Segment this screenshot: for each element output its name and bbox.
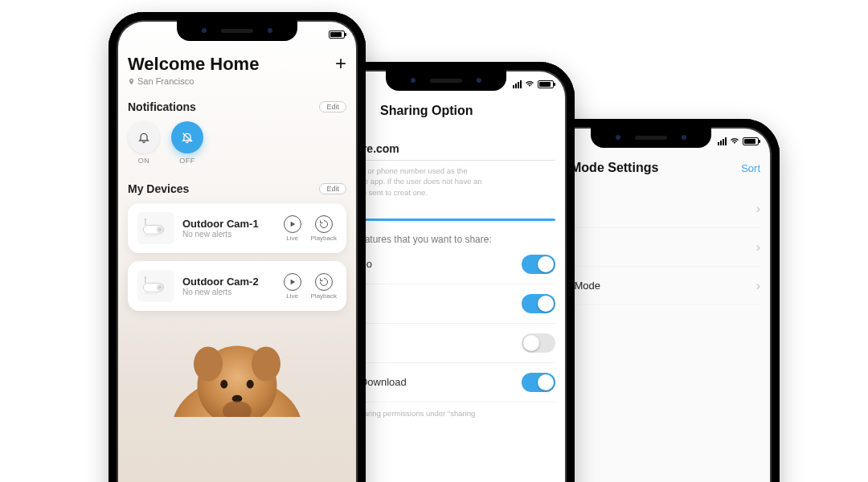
- svg-point-12: [145, 292, 158, 295]
- camera-icon: [141, 219, 170, 238]
- svg-point-5: [158, 228, 162, 231]
- switch[interactable]: [522, 333, 555, 353]
- switch[interactable]: [522, 373, 555, 392]
- device-card[interactable]: Outdoor Cam-1 No new alerts Live Playbac…: [128, 203, 346, 253]
- location-label: San Francisco: [128, 76, 259, 86]
- devices-heading: My Devices: [128, 182, 189, 195]
- live-button[interactable]: Live: [284, 273, 301, 300]
- svg-point-16: [252, 346, 280, 381]
- page-title: Mode Settings: [571, 161, 658, 175]
- edit-notifications-button[interactable]: Edit: [319, 101, 346, 112]
- help-text: he email or phone number used as the g i…: [337, 165, 555, 198]
- notch: [591, 127, 711, 148]
- playback-button[interactable]: Playback: [311, 215, 337, 242]
- toggle-alerts: rts: [337, 284, 555, 324]
- switch[interactable]: [522, 294, 555, 313]
- field-label: number: [337, 133, 555, 141]
- svg-point-11: [158, 286, 162, 289]
- device-subtitle: No new alerts: [182, 288, 276, 296]
- notifications-heading: Notifications: [128, 100, 196, 113]
- live-button[interactable]: Live: [284, 215, 301, 242]
- chevron-right-icon: ›: [756, 279, 760, 293]
- notch: [177, 20, 297, 41]
- svg-point-8: [145, 276, 146, 278]
- edit-devices-button[interactable]: Edit: [319, 183, 346, 194]
- battery-icon: [538, 80, 554, 88]
- svg-point-15: [194, 346, 223, 381]
- chevron-right-icon: ›: [756, 240, 760, 255]
- playback-button[interactable]: Playback: [311, 273, 337, 300]
- switch[interactable]: [522, 255, 555, 274]
- camera-thumbnail: [137, 270, 174, 302]
- svg-point-2: [145, 219, 146, 220]
- camera-preview-image: [128, 321, 346, 417]
- pin-icon: [128, 78, 135, 85]
- toggle-live-video: e Video: [337, 245, 555, 284]
- toggle-playback: yback: [337, 324, 555, 363]
- play-icon: [289, 279, 296, 285]
- device-subtitle: No new alerts: [182, 230, 276, 239]
- camera-icon: [141, 276, 170, 296]
- add-button[interactable]: +: [335, 54, 346, 73]
- notch: [386, 70, 506, 91]
- sort-button[interactable]: Sort: [741, 162, 760, 174]
- signal-icon: [513, 80, 522, 88]
- svg-point-6: [145, 234, 158, 237]
- svg-point-17: [220, 380, 227, 389]
- toggle-footage-download: tage Download: [337, 363, 555, 402]
- svg-point-18: [247, 380, 254, 389]
- replay-icon: [319, 219, 329, 229]
- battery-icon: [743, 137, 759, 145]
- footnote: ange sharing permissions under "sharing: [337, 409, 555, 418]
- email-field[interactable]: eshare.com: [337, 142, 555, 155]
- bell-off-icon: [181, 131, 194, 144]
- device-name: Outdoor Cam-2: [182, 276, 276, 288]
- signal-icon: [718, 137, 727, 145]
- camera-thumbnail: [137, 212, 174, 244]
- play-icon: [289, 221, 296, 227]
- page-title: Sharing Option: [380, 104, 473, 118]
- section-title: vice features that you want to share:: [337, 234, 555, 245]
- wifi-icon: [730, 137, 739, 146]
- progress-bar: [337, 219, 555, 221]
- notifications-off[interactable]: OFF: [171, 121, 203, 165]
- page-title: Welcome Home: [128, 54, 259, 75]
- wifi-icon: [525, 80, 534, 89]
- chevron-right-icon: ›: [756, 202, 760, 216]
- on-label: ON: [138, 157, 150, 165]
- device-card[interactable]: Outdoor Cam-2 No new alerts Live Playbac…: [128, 261, 346, 311]
- off-label: OFF: [179, 157, 195, 165]
- device-name: Outdoor Cam-1: [182, 218, 276, 230]
- divider: [337, 160, 555, 161]
- notifications-on[interactable]: ON: [128, 121, 160, 165]
- replay-icon: [319, 277, 329, 287]
- battery-icon: [329, 31, 345, 39]
- phone-welcome-home: 4:34 PM Welcome Home San Francisco: [108, 12, 366, 482]
- bell-icon: [137, 131, 150, 144]
